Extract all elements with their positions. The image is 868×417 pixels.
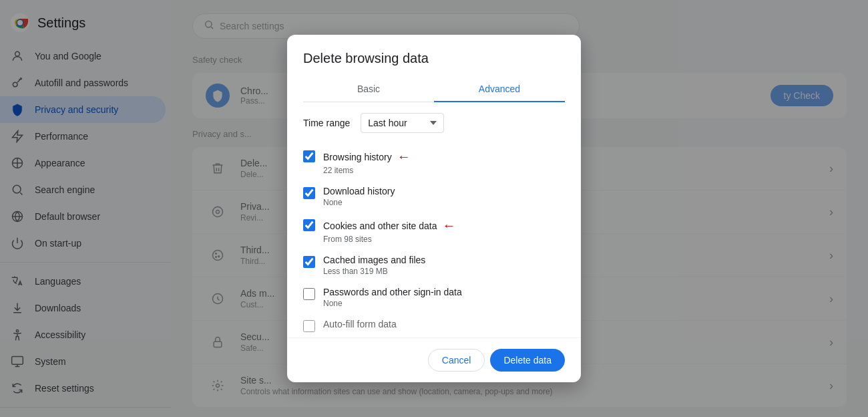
delete-data-button[interactable]: Delete data — [490, 349, 565, 372]
checkbox-passwords: Passwords and other sign-in data None — [303, 281, 565, 313]
checkbox-download-history-label: Download history None — [323, 186, 565, 207]
checkbox-cached-images-input[interactable] — [303, 256, 315, 268]
checkbox-cached-images-label: Cached images and files Less than 319 MB — [323, 255, 565, 276]
time-range-select[interactable]: Last hour Last 24 hours Last 7 days Last… — [361, 113, 444, 133]
checkbox-download-history-input[interactable] — [303, 187, 315, 199]
modal-overlay: Delete browsing data Basic Advanced Time… — [0, 0, 868, 417]
browsing-history-sub: 22 items — [323, 166, 565, 175]
checkbox-browsing-history-input[interactable] — [303, 150, 315, 162]
cached-images-sub: Less than 319 MB — [323, 267, 565, 276]
red-arrow-cookies: ← — [442, 218, 455, 233]
checkbox-cookies-input[interactable] — [303, 219, 315, 231]
time-range-row: Time range Last hour Last 24 hours Last … — [303, 113, 565, 133]
cookies-sub: From 98 sites — [323, 235, 565, 244]
checkbox-passwords-label: Passwords and other sign-in data None — [323, 287, 565, 308]
browsing-history-title: Browsing history ← — [323, 149, 565, 164]
cancel-button[interactable]: Cancel — [428, 349, 485, 372]
delete-browsing-data-dialog: Delete browsing data Basic Advanced Time… — [287, 35, 581, 382]
tab-advanced[interactable]: Advanced — [434, 77, 565, 102]
red-arrow-browsing: ← — [397, 149, 411, 164]
checkbox-cookies-label: Cookies and other site data ← From 98 si… — [323, 218, 565, 244]
checkbox-autofill-form-label: Auto-fill form data — [323, 319, 565, 329]
checkbox-cookies: Cookies and other site data ← From 98 si… — [303, 213, 565, 249]
tab-basic[interactable]: Basic — [303, 77, 434, 102]
checkbox-autofill-form-input[interactable] — [303, 320, 315, 332]
dialog-footer: Cancel Delete data — [287, 337, 581, 382]
checkbox-passwords-input[interactable] — [303, 288, 315, 300]
dialog-header: Delete browsing data Basic Advanced — [287, 35, 581, 102]
checkbox-download-history: Download history None — [303, 180, 565, 213]
cookies-title: Cookies and other site data ← — [323, 218, 565, 233]
checkbox-autofill-form: Auto-fill form data — [303, 313, 565, 337]
download-history-sub: None — [323, 198, 565, 207]
passwords-sub: None — [323, 299, 565, 308]
time-range-label: Time range — [303, 118, 350, 128]
checkbox-browsing-history-label: Browsing history ← 22 items — [323, 149, 565, 175]
checkbox-browsing-history: Browsing history ← 22 items — [303, 144, 565, 180]
download-history-title: Download history — [323, 186, 565, 196]
dialog-tabs: Basic Advanced — [303, 77, 565, 102]
passwords-title: Passwords and other sign-in data — [323, 287, 565, 297]
checkbox-cached-images: Cached images and files Less than 319 MB — [303, 249, 565, 281]
cached-images-title: Cached images and files — [323, 255, 565, 265]
dialog-body: Time range Last hour Last 24 hours Last … — [287, 102, 581, 337]
dialog-title: Delete browsing data — [303, 51, 565, 66]
autofill-form-title: Auto-fill form data — [323, 319, 565, 329]
